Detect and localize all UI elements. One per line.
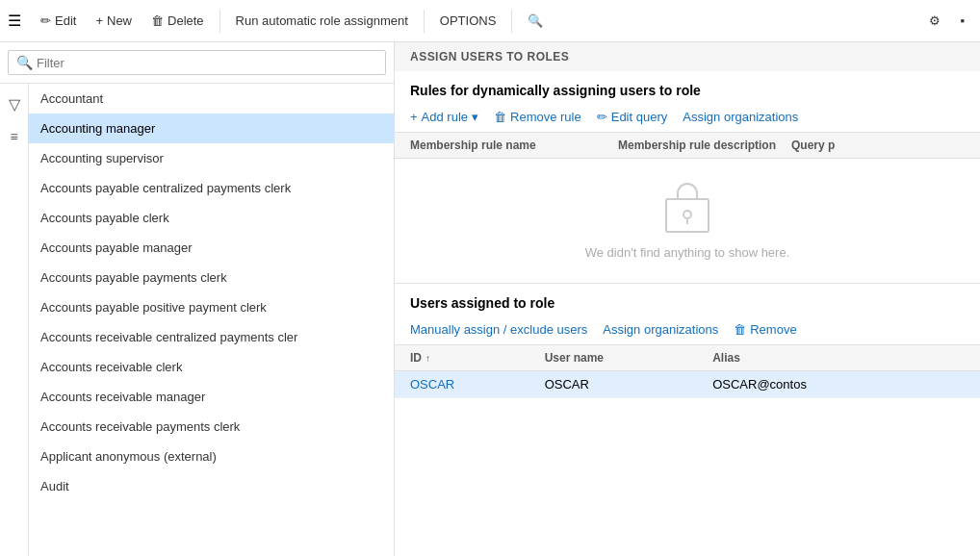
pencil-icon: ✏	[597, 110, 607, 124]
list-item[interactable]: Accounts payable positive payment clerk	[29, 292, 394, 322]
list-item[interactable]: Accountant	[29, 84, 394, 114]
app-icon-button[interactable]: ▪	[952, 10, 972, 32]
cell-username: OSCAR	[545, 377, 713, 392]
filter-input[interactable]	[37, 56, 377, 70]
content-area: ASSIGN USERS TO ROLES Rules for dynamica…	[395, 42, 980, 556]
svg-rect-0	[666, 199, 709, 232]
gear-icon: ⚙	[929, 13, 941, 28]
app-icon: ▪	[960, 13, 965, 28]
list-icon[interactable]: ≡	[6, 125, 21, 148]
edit-query-button[interactable]: ✏ Edit query	[597, 110, 668, 124]
col-membership-desc: Membership rule description	[618, 139, 791, 152]
list-item[interactable]: Accounts payable centralized payments cl…	[29, 173, 394, 203]
toolbar-separator	[219, 10, 220, 33]
col-username: User name	[545, 351, 713, 365]
trash-icon-users: 🗑	[734, 322, 746, 337]
col-query: Query p	[791, 139, 965, 152]
users-section: Users assigned to role Manually assign /…	[395, 284, 980, 556]
add-rule-button[interactable]: + Add rule ▾	[410, 110, 478, 124]
delete-icon: 🗑	[151, 13, 164, 28]
table-row[interactable]: OSCAROSCAROSCAR@contos	[395, 371, 980, 398]
rules-action-bar: + Add rule ▾ 🗑 Remove rule ✏ Edit query …	[395, 106, 980, 133]
section-header: ASSIGN USERS TO ROLES	[395, 42, 980, 71]
list-item[interactable]: Accounts receivable payments clerk	[29, 412, 394, 442]
empty-state-icon	[660, 182, 714, 236]
remove-user-button[interactable]: 🗑 Remove	[734, 322, 796, 337]
list-item[interactable]: Accounting supervisor	[29, 143, 394, 173]
main-area: 🔍 ▽ ≡ AccountantAccounting managerAccoun…	[0, 42, 980, 556]
trash-icon: 🗑	[494, 110, 506, 124]
plus-icon: +	[95, 13, 103, 28]
list-item[interactable]: Accounting manager	[29, 114, 394, 143]
filter-funnel-icon[interactable]: ▽	[5, 91, 24, 117]
filter-box: 🔍	[8, 50, 386, 75]
sidebar: 🔍 ▽ ≡ AccountantAccounting managerAccoun…	[0, 42, 395, 556]
options-button[interactable]: OPTIONS	[432, 10, 504, 32]
plus-icon: +	[410, 110, 418, 124]
new-button[interactable]: + New	[88, 10, 140, 32]
users-action-bar: Manually assign / exclude users Assign o…	[395, 318, 980, 345]
list-item[interactable]: Accounts payable manager	[29, 233, 394, 263]
toolbar: ☰ ✏ Edit + New 🗑 Delete Run automatic ro…	[0, 0, 980, 42]
filter-icon: 🔍	[16, 55, 33, 70]
manually-assign-button[interactable]: Manually assign / exclude users	[410, 322, 587, 337]
role-list: AccountantAccounting managerAccounting s…	[29, 84, 394, 556]
col-alias: Alias	[712, 351, 965, 365]
cell-id: OSCAR	[410, 377, 545, 392]
list-item[interactable]: Applicant anonymous (external)	[29, 442, 394, 471]
toolbar-separator-3	[511, 10, 512, 33]
list-item[interactable]: Accounts receivable clerk	[29, 352, 394, 382]
search-icon: 🔍	[528, 13, 543, 28]
sidebar-toolbar: 🔍	[0, 42, 394, 84]
gear-button[interactable]: ⚙	[921, 10, 948, 32]
sort-arrow-id[interactable]: ↑	[426, 353, 430, 364]
rules-table-empty: We didn't find anything to show here.	[395, 159, 980, 283]
col-membership-name: Membership rule name	[410, 139, 618, 152]
col-id: ID ↑	[410, 351, 545, 365]
list-item[interactable]: Audit	[29, 471, 394, 501]
hamburger-menu-icon[interactable]: ☰	[8, 12, 21, 30]
assign-orgs-rules-button[interactable]: Assign organizations	[683, 110, 798, 124]
users-table-header: ID ↑ User name Alias	[395, 345, 980, 371]
delete-button[interactable]: 🗑 Delete	[143, 10, 212, 32]
users-table-rows: OSCAROSCAROSCAR@contos	[395, 371, 980, 398]
rules-title: Rules for dynamically assigning users to…	[395, 71, 980, 106]
assign-orgs-users-button[interactable]: Assign organizations	[603, 322, 718, 337]
cell-alias: OSCAR@contos	[712, 377, 965, 392]
rules-section: ASSIGN USERS TO ROLES Rules for dynamica…	[395, 42, 980, 284]
users-title: Users assigned to role	[395, 284, 980, 318]
edit-button[interactable]: ✏ Edit	[33, 10, 84, 32]
remove-rule-button[interactable]: 🗑 Remove rule	[494, 110, 581, 124]
rules-table: Membership rule name Membership rule des…	[395, 133, 980, 283]
edit-icon: ✏	[40, 13, 51, 28]
list-item[interactable]: Accounts payable payments clerk	[29, 263, 394, 292]
run-assignment-button[interactable]: Run automatic role assignment	[228, 10, 416, 32]
list-item[interactable]: Accounts receivable centralized payments…	[29, 322, 394, 352]
sidebar-icon-bar: ▽ ≡	[0, 84, 29, 556]
list-item[interactable]: Accounts payable clerk	[29, 203, 394, 233]
sidebar-content: ▽ ≡ AccountantAccounting managerAccounti…	[0, 84, 394, 556]
rules-table-header: Membership rule name Membership rule des…	[395, 133, 980, 159]
toolbar-separator-2	[424, 10, 425, 33]
search-button[interactable]: 🔍	[520, 10, 551, 32]
list-item[interactable]: Accounts receivable manager	[29, 382, 394, 412]
dropdown-icon: ▾	[472, 110, 478, 124]
